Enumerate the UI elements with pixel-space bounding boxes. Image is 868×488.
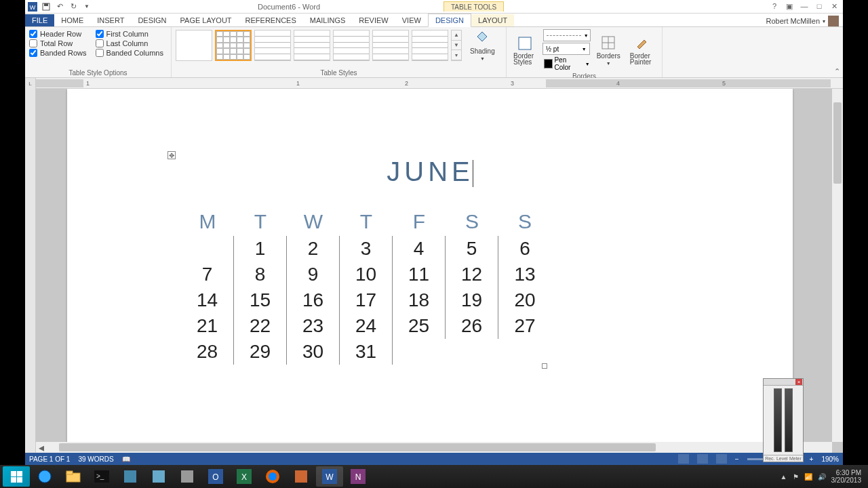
calendar-cell[interactable]: 19 [446, 287, 498, 313]
calendar-cell[interactable]: 24 [340, 313, 393, 339]
style-thumb[interactable] [215, 30, 252, 61]
view-web-layout[interactable] [716, 454, 727, 464]
opt-total-row[interactable]: Total Row [29, 39, 90, 47]
ruler-vertical[interactable] [25, 89, 36, 453]
shading-button[interactable]: Shading ▼ [466, 28, 499, 62]
calendar-cell[interactable]: 28 [181, 339, 234, 365]
border-painter-button[interactable]: Border Painter [626, 34, 659, 66]
border-styles-button[interactable]: Border Styles [509, 34, 541, 66]
level-meter-titlebar[interactable]: × [764, 379, 803, 386]
account-user[interactable]: Robert McMillen ▾ [766, 16, 843, 26]
maximize-icon[interactable]: □ [814, 2, 824, 11]
taskbar-firefox[interactable] [259, 466, 286, 487]
view-print-layout[interactable] [697, 454, 708, 464]
calendar-cell[interactable]: 17 [340, 287, 393, 313]
taskbar-app2[interactable] [145, 466, 172, 487]
gallery-up-icon[interactable]: ▲ [452, 30, 461, 41]
calendar-cell[interactable]: 23 [287, 313, 340, 339]
calendar-cell[interactable]: 20 [498, 287, 551, 313]
zoom-level[interactable]: 190% [821, 455, 839, 463]
calendar-cell[interactable]: 12 [446, 262, 498, 287]
border-line-style[interactable]: ▼ [543, 29, 591, 41]
opt-banded-rows[interactable]: Banded Rows [29, 49, 90, 57]
calendar-cell[interactable]: 2 [287, 236, 340, 262]
calendar-cell[interactable]: 7 [181, 262, 234, 287]
start-button[interactable] [3, 466, 30, 487]
calendar-cell[interactable]: 6 [498, 236, 551, 262]
save-icon[interactable] [41, 2, 51, 12]
calendar-cell[interactable]: 8 [234, 262, 287, 287]
borders-button[interactable]: Borders ▼ [593, 33, 625, 67]
calendar-cell[interactable]: 10 [340, 262, 393, 287]
scrollbar-thumb[interactable] [59, 443, 656, 451]
view-read-mode[interactable] [678, 454, 689, 464]
taskbar-outlook[interactable]: O [202, 466, 229, 487]
tab-design[interactable]: DESIGN [131, 14, 173, 26]
zoom-in-icon[interactable]: + [810, 455, 814, 463]
ruler-horizontal[interactable]: L 1 1 2 3 4 5 [25, 78, 843, 89]
opt-header-row[interactable]: Header Row [29, 30, 90, 38]
taskbar-app3[interactable] [174, 466, 201, 487]
calendar-cell[interactable]: 30 [287, 339, 340, 365]
minimize-icon[interactable]: — [800, 2, 809, 11]
gallery-more-icon[interactable]: ▾ [452, 50, 461, 60]
taskbar-app4[interactable] [288, 466, 315, 487]
opt-banded-columns[interactable]: Banded Columns [96, 49, 167, 57]
calendar-cell[interactable]: 4 [393, 236, 446, 262]
calendar-cell[interactable]: 11 [393, 262, 446, 287]
collapse-ribbon-icon[interactable]: ⌃ [834, 67, 840, 76]
calendar-cell[interactable]: 1 [234, 236, 287, 262]
calendar-cell[interactable]: 29 [234, 339, 287, 365]
calendar-cell[interactable]: 15 [234, 287, 287, 313]
tab-file[interactable]: FILE [25, 14, 54, 26]
tab-review[interactable]: REVIEW [352, 14, 395, 26]
taskbar-ie[interactable] [31, 466, 58, 487]
gallery-down-icon[interactable]: ▼ [452, 41, 461, 51]
opt-first-column[interactable]: First Column [96, 30, 167, 38]
redo-icon[interactable]: ↻ [68, 2, 78, 12]
tray-network-icon[interactable]: 📶 [804, 473, 812, 481]
tab-table-layout[interactable]: LAYOUT [471, 14, 514, 26]
calendar-cell[interactable]: 26 [446, 313, 498, 339]
taskbar-cmd[interactable]: >_ [88, 466, 115, 487]
calendar-cell[interactable]: 16 [287, 287, 340, 313]
calendar-cell[interactable]: 31 [340, 339, 393, 365]
taskbar-onenote[interactable]: N [344, 466, 372, 487]
ribbon-display-icon[interactable]: ▣ [785, 2, 794, 11]
level-meter-window[interactable]: × Rec. Level Meter [763, 378, 804, 462]
document-scroll[interactable]: ✥ JUNE MTWTFSS12345678910111213141516171… [36, 89, 843, 453]
tab-home[interactable]: HOME [54, 14, 90, 26]
status-page[interactable]: PAGE 1 OF 1 [29, 455, 70, 463]
pen-weight[interactable]: ½ pt▼ [542, 43, 590, 55]
tab-view[interactable]: VIEW [395, 14, 428, 26]
style-thumb[interactable] [412, 30, 448, 61]
tray-icon[interactable]: ▲ [781, 473, 787, 481]
tab-mailings[interactable]: MAILINGS [303, 14, 353, 26]
calendar-cell[interactable]: 18 [393, 287, 446, 313]
status-words[interactable]: 39 WORDS [78, 455, 113, 463]
ruler-corner[interactable]: L [25, 78, 36, 89]
pen-color[interactable]: Pen Color ▼ [542, 56, 591, 72]
calendar-table[interactable]: MTWTFSS123456789101112131415161718192021… [181, 207, 551, 365]
calendar-cell[interactable] [393, 339, 446, 365]
tab-table-design[interactable]: DESIGN [428, 14, 471, 27]
zoom-out-icon[interactable]: − [735, 455, 739, 463]
style-thumb[interactable] [372, 30, 409, 61]
calendar-cell[interactable]: 3 [340, 236, 393, 262]
proofing-icon[interactable]: 📖 [122, 455, 130, 463]
calendar-cell[interactable]: 5 [446, 236, 498, 262]
style-thumb[interactable] [254, 30, 291, 61]
calendar-cell[interactable] [446, 339, 498, 365]
calendar-cell[interactable]: 13 [498, 262, 551, 287]
scrollbar-thumb[interactable] [833, 102, 842, 184]
tray-clock[interactable]: 6:30 PM 3/20/2013 [831, 469, 862, 484]
taskbar-explorer[interactable] [60, 466, 87, 487]
tab-references[interactable]: REFERENCES [239, 14, 303, 26]
calendar-title[interactable]: JUNE [67, 157, 793, 187]
calendar-cell[interactable]: 9 [287, 262, 340, 287]
calendar-cell[interactable] [181, 236, 234, 262]
undo-icon[interactable]: ↶ [55, 2, 64, 12]
tray-volume-icon[interactable]: 🔊 [818, 473, 826, 481]
taskbar-excel[interactable]: X [231, 466, 258, 487]
tray-icon[interactable]: ⚑ [793, 473, 799, 481]
